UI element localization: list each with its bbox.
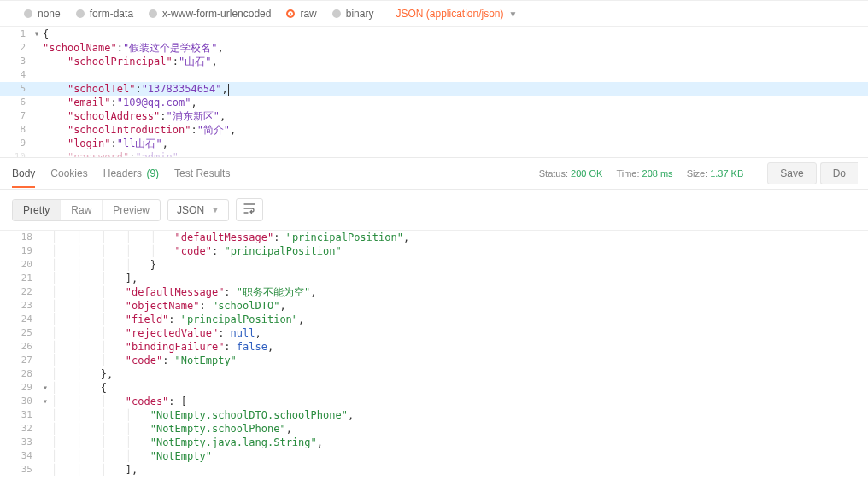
editor-line[interactable]: 25│ │ │ "rejectedValue": null, <box>0 326 868 340</box>
editor-line[interactable]: 24│ │ │ "field": "principalPosition", <box>0 313 868 326</box>
line-number: 34 <box>0 449 43 463</box>
response-format-dropdown[interactable]: JSON ▼ <box>167 199 229 221</box>
code-content: │ │ │ "objectName": "schoolDTO", <box>51 299 286 313</box>
body-type-binary[interactable]: binary <box>332 8 374 20</box>
view-preview[interactable]: Preview <box>103 200 160 220</box>
line-number: 3 <box>0 55 34 68</box>
editor-line[interactable]: 18│ │ │ │ │ "defaultMessage": "principal… <box>0 231 868 244</box>
line-number: 18 <box>0 231 43 244</box>
tab-test-results[interactable]: Test Results <box>174 159 230 188</box>
code-content: "email":"109@qq.com", <box>43 96 197 109</box>
radio-dot-icon <box>332 9 341 18</box>
line-number: 31 <box>0 408 43 422</box>
body-type-urlencoded[interactable]: x-www-form-urlencoded <box>149 8 271 20</box>
request-body-editor[interactable]: 1▾{2"schoolName":"假装这个是学校名",3 "schoolPri… <box>0 27 868 157</box>
radio-label: x-www-form-urlencoded <box>162 8 271 20</box>
line-number: 30 <box>0 395 43 408</box>
tab-headers[interactable]: Headers (9) <box>103 159 159 188</box>
line-number: 1 <box>0 27 34 41</box>
editor-line[interactable]: 8 "schoolIntroduction":"简介", <box>0 123 868 137</box>
save-response-button[interactable]: Save <box>767 162 816 184</box>
size-field: Size: 1.37 KB <box>687 168 744 179</box>
tab-body[interactable]: Body <box>12 159 35 188</box>
editor-line[interactable]: 1▾{ <box>0 27 868 41</box>
editor-line[interactable]: 20│ │ │ │ } <box>0 258 868 272</box>
editor-line[interactable]: 35│ │ │ ], <box>0 463 868 477</box>
wrap-lines-button[interactable] <box>236 198 263 221</box>
body-type-none[interactable]: none <box>24 8 61 20</box>
line-number: 4 <box>0 68 34 82</box>
body-type-form-data[interactable]: form-data <box>76 8 133 20</box>
line-number: 35 <box>0 463 43 477</box>
line-number: 8 <box>0 123 34 137</box>
code-content: { <box>43 27 49 41</box>
line-number: 2 <box>0 41 34 55</box>
editor-line[interactable]: 6 "email":"109@qq.com", <box>0 96 868 109</box>
editor-line[interactable]: 32│ │ │ │ "NotEmpty.schoolPhone", <box>0 422 868 436</box>
fold-icon[interactable]: ▾ <box>43 395 51 408</box>
line-number: 22 <box>0 285 43 299</box>
editor-line[interactable]: 21│ │ │ ], <box>0 272 868 285</box>
editor-line[interactable]: 27│ │ │ "code": "NotEmpty" <box>0 354 868 367</box>
code-content: "schoolIntroduction":"简介", <box>43 123 236 137</box>
chevron-down-icon: ▼ <box>509 9 518 19</box>
response-body-viewer[interactable]: 18│ │ │ │ │ "defaultMessage": "principal… <box>0 230 868 477</box>
editor-line[interactable]: 33│ │ │ │ "NotEmpty.java.lang.String", <box>0 436 868 449</box>
editor-line[interactable]: 26│ │ │ "bindingFailure": false, <box>0 340 868 354</box>
time-field: Time: 208 ms <box>616 168 672 179</box>
editor-line[interactable]: 19│ │ │ │ │ "code": "principalPosition" <box>0 244 868 258</box>
code-content: "schoolPrincipal":"山石", <box>43 55 218 68</box>
editor-line[interactable]: 7 "schoolAddress":"浦东新区", <box>0 109 868 123</box>
status-label: Status: <box>539 168 568 179</box>
fold-icon[interactable]: ▾ <box>43 381 51 395</box>
body-type-raw[interactable]: raw <box>286 8 316 20</box>
editor-line[interactable]: 10 "password":"admin" <box>0 150 868 157</box>
editor-line[interactable]: 22│ │ │ "defaultMessage": "职务不能为空", <box>0 285 868 299</box>
code-content: "schoolTel":"13783354654", <box>43 82 229 96</box>
response-toolbar: Pretty Raw Preview JSON ▼ <box>0 190 868 230</box>
editor-line[interactable]: 28│ │ }, <box>0 367 868 381</box>
code-content: │ │ │ "codes": [ <box>51 395 187 408</box>
code-content: │ │ }, <box>51 367 113 381</box>
line-number: 32 <box>0 422 43 436</box>
editor-line[interactable]: 30▾│ │ │ "codes": [ <box>0 395 868 408</box>
fold-icon[interactable]: ▾ <box>34 27 43 41</box>
code-content: │ │ │ │ "NotEmpty.schoolPhone", <box>51 422 292 436</box>
tab-cookies[interactable]: Cookies <box>50 159 87 188</box>
editor-line[interactable]: 4 <box>0 68 868 82</box>
view-raw[interactable]: Raw <box>61 200 103 220</box>
code-content: │ │ │ │ │ "defaultMessage": "principalPo… <box>51 231 409 244</box>
code-content: │ │ │ ], <box>51 272 138 285</box>
editor-line[interactable]: 9 "login":"ll山石", <box>0 137 868 150</box>
download-response-button[interactable]: Do <box>820 162 858 184</box>
response-tabs: Body Cookies Headers (9) Test Results <box>12 159 230 188</box>
code-content: │ │ │ "code": "NotEmpty" <box>51 354 237 367</box>
response-status-area: Status: 200 OK Time: 208 ms Size: 1.37 K… <box>539 162 868 184</box>
line-number: 26 <box>0 340 43 354</box>
editor-line[interactable]: 29▾│ │ { <box>0 381 868 395</box>
editor-line[interactable]: 23│ │ │ "objectName": "schoolDTO", <box>0 299 868 313</box>
editor-line[interactable]: 2"schoolName":"假装这个是学校名", <box>0 41 868 55</box>
content-type-dropdown[interactable]: JSON (application/json) ▼ <box>396 8 517 20</box>
response-action-buttons: Save Do <box>757 162 868 184</box>
radio-dot-icon <box>286 9 295 18</box>
code-content: "login":"ll山石", <box>43 137 168 150</box>
code-content: │ │ │ "defaultMessage": "职务不能为空", <box>51 285 317 299</box>
line-number: 33 <box>0 436 43 449</box>
size-value: 1.37 KB <box>710 168 743 179</box>
line-number: 5 <box>0 82 34 96</box>
editor-line[interactable]: 5 "schoolTel":"13783354654", <box>0 82 868 96</box>
wrap-lines-icon <box>243 203 255 214</box>
editor-line[interactable]: 34│ │ │ │ "NotEmpty" <box>0 449 868 463</box>
code-content: │ │ │ "bindingFailure": false, <box>51 340 273 354</box>
code-content: "schoolAddress":"浦东新区", <box>43 109 226 123</box>
line-number: 9 <box>0 137 34 150</box>
editor-line[interactable]: 31│ │ │ │ "NotEmpty.schoolDTO.schoolPhon… <box>0 408 868 422</box>
code-content: │ │ │ "rejectedValue": null, <box>51 326 261 340</box>
radio-label: none <box>38 8 61 20</box>
view-pretty[interactable]: Pretty <box>13 200 61 220</box>
editor-line[interactable]: 3 "schoolPrincipal":"山石", <box>0 55 868 68</box>
status-value: 200 OK <box>571 168 602 179</box>
line-number: 7 <box>0 109 34 123</box>
code-content: │ │ │ "field": "principalPosition", <box>51 313 304 326</box>
